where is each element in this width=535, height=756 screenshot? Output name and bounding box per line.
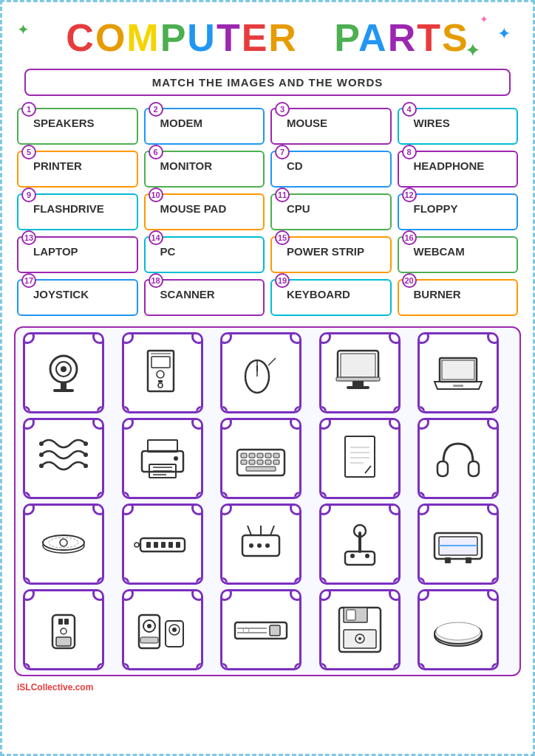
word-cell-flashdrive: 9FLASHDRIVE — [17, 193, 138, 230]
svg-point-71 — [265, 543, 270, 548]
image-cell-burner — [220, 589, 301, 670]
webcam-icon — [34, 343, 93, 402]
svg-rect-41 — [273, 453, 279, 458]
word-number: 14 — [149, 230, 163, 245]
svg-rect-37 — [241, 453, 247, 458]
image-cell-powerstrip — [122, 504, 203, 585]
image-cell-scanner — [418, 504, 499, 585]
burner-icon — [231, 600, 290, 659]
word-label: BURNER — [414, 288, 511, 300]
image-cell-wires — [23, 418, 104, 499]
word-number: 20 — [402, 273, 417, 288]
svg-rect-29 — [142, 451, 183, 472]
word-cell-headphone: 8HEADPHONE — [398, 151, 519, 188]
svg-rect-93 — [140, 637, 158, 643]
word-number: 19 — [275, 273, 290, 288]
printer-icon — [133, 429, 192, 488]
image-cell-printer — [122, 418, 203, 499]
svg-rect-55 — [468, 461, 479, 476]
word-number: 1 — [21, 102, 36, 117]
word-label: WEBCAM — [414, 245, 511, 258]
svg-rect-19 — [336, 377, 380, 381]
word-label: LAPTOP — [33, 245, 131, 258]
laptop-icon — [429, 343, 488, 402]
images-grid — [23, 332, 512, 670]
svg-rect-98 — [270, 625, 280, 636]
svg-point-26 — [84, 453, 88, 457]
word-cell-cd: 7CD — [270, 151, 392, 188]
word-label: SPEAKERS — [33, 117, 131, 129]
word-label: HEADPHONE — [414, 159, 511, 172]
svg-rect-43 — [249, 460, 255, 464]
svg-point-107 — [358, 637, 361, 640]
word-cell-printer: 5PRINTER — [17, 151, 138, 188]
word-number: 6 — [149, 145, 163, 159]
svg-rect-87 — [58, 619, 63, 625]
image-cell-keyboard — [220, 418, 301, 499]
image-cell-speakers — [122, 589, 203, 670]
headphones-icon — [429, 429, 488, 488]
svg-rect-38 — [249, 453, 255, 458]
svg-rect-47 — [246, 467, 276, 471]
svg-point-69 — [249, 543, 253, 548]
svg-rect-18 — [347, 386, 369, 389]
word-number: 15 — [275, 230, 290, 245]
svg-rect-21 — [442, 360, 474, 379]
word-number: 7 — [275, 145, 290, 159]
image-cell-monitor — [319, 332, 401, 413]
scanner-icon — [429, 515, 488, 574]
word-number: 5 — [21, 145, 36, 159]
svg-rect-54 — [437, 461, 448, 476]
image-cell-floppy — [319, 589, 401, 670]
svg-rect-84 — [466, 557, 471, 563]
svg-point-24 — [84, 441, 88, 446]
paper-icon — [330, 429, 389, 488]
svg-rect-83 — [445, 557, 451, 563]
mouse-icon — [231, 343, 290, 402]
joystick-icon — [330, 515, 389, 574]
word-label: MODEM — [160, 117, 258, 129]
image-cell-cd — [23, 504, 104, 585]
word-cell-scanner: 18SCANNER — [144, 279, 265, 316]
word-cell-mouse-pad: 10MOUSE PAD — [144, 193, 265, 230]
svg-rect-61 — [146, 542, 151, 548]
page-title: COMPUTER PARTS — [10, 17, 525, 59]
svg-point-28 — [84, 464, 88, 468]
word-number: 10 — [149, 188, 163, 202]
image-cell-pc — [122, 332, 203, 413]
word-label: FLASHDRIVE — [33, 202, 131, 215]
word-number: 9 — [21, 188, 36, 202]
image-cell-laptop — [418, 332, 499, 413]
word-cell-webcam: 16WEBCAM — [398, 236, 519, 273]
mousepad-icon — [429, 600, 488, 659]
images-section — [14, 326, 521, 676]
svg-point-9 — [158, 383, 163, 388]
word-number: 4 — [402, 102, 417, 117]
word-number: 2 — [149, 102, 163, 117]
image-cell-joystick — [319, 504, 401, 585]
svg-point-79 — [365, 554, 369, 558]
word-cell-pc: 14PC — [144, 236, 265, 273]
word-number: 13 — [21, 230, 36, 245]
pc-icon — [133, 343, 192, 402]
powerstrip-icon — [133, 515, 192, 574]
svg-point-89 — [61, 628, 67, 634]
svg-rect-16 — [341, 354, 375, 377]
svg-point-96 — [172, 628, 177, 632]
word-cell-monitor: 6MONITOR — [144, 151, 265, 188]
svg-point-2 — [61, 366, 67, 372]
cd-icon — [34, 515, 93, 574]
image-cell-paper — [319, 418, 401, 499]
word-number: 11 — [275, 188, 290, 202]
word-cell-joystick: 17JOYSTICK — [17, 279, 138, 316]
svg-rect-4 — [53, 389, 74, 392]
word-cell-burner: 20BURNER — [398, 279, 519, 316]
word-label: CD — [287, 159, 384, 172]
svg-rect-42 — [241, 460, 247, 464]
svg-point-70 — [257, 543, 262, 548]
svg-point-92 — [147, 624, 151, 628]
star-icon-tr1: ✦ — [480, 13, 488, 25]
instruction-text: MATCH THE IMAGES AND THE WORDS — [152, 76, 384, 89]
word-label: MONITOR — [160, 159, 258, 172]
svg-rect-75 — [345, 551, 375, 565]
